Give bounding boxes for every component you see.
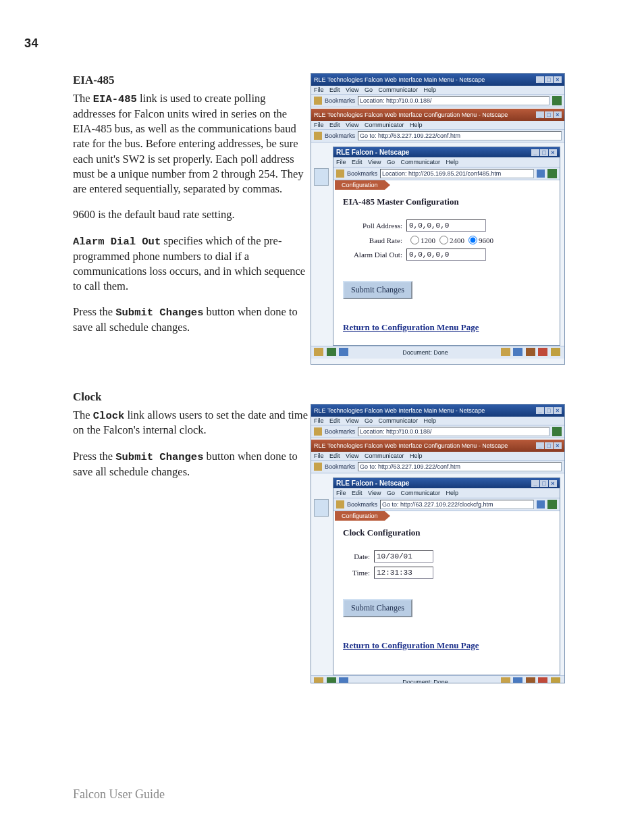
menu-file[interactable]: File [314, 86, 324, 93]
bookmarks-icon[interactable] [314, 463, 322, 471]
minimize-icon[interactable]: _ [536, 407, 544, 414]
menu-view[interactable]: View [346, 86, 358, 93]
minimize-icon[interactable]: _ [536, 111, 544, 118]
menu-help[interactable]: Help [424, 86, 437, 93]
menu-communicator[interactable]: Communicator [365, 452, 404, 459]
maximize-icon[interactable]: □ [540, 480, 548, 487]
tray-icon[interactable] [551, 348, 560, 356]
menu-file[interactable]: File [314, 122, 324, 128]
baud-2400-radio[interactable] [439, 236, 448, 244]
menu-file[interactable]: File [336, 159, 346, 165]
baud-1200-radio[interactable] [410, 236, 419, 244]
maximize-icon[interactable]: □ [545, 76, 553, 83]
dropdown-icon[interactable] [537, 170, 545, 178]
menu-view[interactable]: View [346, 417, 358, 424]
menu-communicator[interactable]: Communicator [365, 122, 404, 128]
mid-menubar[interactable]: File Edit View Communicator Help [311, 452, 564, 461]
menu-help[interactable]: Help [410, 122, 423, 128]
close-icon[interactable]: × [554, 76, 562, 83]
minimize-icon[interactable]: _ [536, 76, 544, 83]
menu-file[interactable]: File [314, 417, 324, 424]
outer-location-field[interactable]: Location: http://10.0.0.188/ [358, 96, 549, 105]
maximize-icon[interactable]: □ [545, 111, 553, 118]
tray-icon[interactable] [513, 677, 522, 683]
menu-go[interactable]: Go [387, 490, 395, 496]
minimize-icon[interactable]: _ [536, 442, 544, 449]
menu-edit[interactable]: Edit [352, 490, 363, 496]
menu-help[interactable]: Help [446, 159, 459, 165]
tray-icon[interactable] [501, 348, 510, 356]
tray-icon[interactable] [538, 348, 547, 356]
close-icon[interactable]: × [554, 407, 562, 414]
inner-location-field[interactable]: Location: http://205.169.85.201/conf485.… [380, 169, 534, 178]
outer-menubar[interactable]: File Edit View Go Communicator Help [311, 86, 564, 95]
tray-icon[interactable] [513, 348, 522, 356]
bookmarks-icon[interactable] [336, 500, 344, 509]
close-icon[interactable]: × [549, 149, 557, 156]
tray-icon[interactable] [526, 677, 535, 683]
tray-icon[interactable] [538, 677, 547, 683]
menu-go[interactable]: Go [365, 417, 373, 424]
minimize-icon[interactable]: _ [531, 149, 539, 156]
menu-view[interactable]: View [368, 490, 381, 496]
menu-edit[interactable]: Edit [329, 86, 340, 93]
menu-edit[interactable]: Edit [329, 122, 340, 128]
minimize-icon[interactable]: _ [531, 480, 539, 487]
tray-icon[interactable] [501, 677, 510, 683]
bookmarks-label: Bookmarks [347, 170, 377, 177]
maximize-icon[interactable]: □ [540, 149, 548, 156]
menu-view[interactable]: View [346, 452, 358, 459]
menu-help[interactable]: Help [446, 490, 459, 496]
close-icon[interactable]: × [554, 442, 562, 449]
tray-icon[interactable] [526, 348, 535, 356]
poll-address-label: Poll Address: [343, 221, 406, 230]
menu-file[interactable]: File [314, 452, 324, 459]
menu-help[interactable]: Help [424, 417, 437, 424]
menu-view[interactable]: View [346, 122, 358, 128]
menu-view[interactable]: View [368, 159, 381, 165]
menu-file[interactable]: File [336, 490, 346, 496]
bookmarks-icon[interactable] [314, 132, 322, 140]
maximize-icon[interactable]: □ [545, 407, 553, 414]
menu-go[interactable]: Go [365, 86, 373, 93]
outer-menubar[interactable]: File Edit View Go Communicator Help [311, 417, 564, 425]
menu-edit[interactable]: Edit [329, 417, 340, 424]
return-to-config-link[interactable]: Return to Configuration Menu Page [343, 640, 550, 651]
close-icon[interactable]: × [549, 480, 557, 487]
submit-changes-button[interactable]: Submit Changes [343, 281, 412, 299]
menu-edit[interactable]: Edit [352, 159, 363, 165]
bookmarks-icon[interactable] [314, 427, 322, 436]
menu-edit[interactable]: Edit [329, 452, 340, 459]
alarm-dial-out-input[interactable]: 0,0,0,0,0 [406, 249, 486, 261]
tray-icon[interactable] [551, 677, 560, 683]
bookmarks-icon[interactable] [314, 97, 322, 105]
time-input[interactable]: 12:31:33 [374, 567, 433, 579]
date-input[interactable]: 10/30/01 [374, 550, 433, 563]
inner-menubar[interactable]: File Edit View Go Communicator Help [333, 157, 560, 167]
menu-help[interactable]: Help [410, 452, 423, 459]
maximize-icon[interactable]: □ [545, 442, 553, 449]
mid-location-field[interactable]: Go to: http://63.227.109.222/conf.htm [358, 462, 562, 471]
tab-configuration[interactable]: Configuration [335, 511, 385, 521]
menu-communicator[interactable]: Communicator [378, 86, 418, 93]
menu-go[interactable]: Go [387, 159, 395, 165]
bookmarks-label: Bookmarks [325, 97, 355, 104]
baud-9600-radio[interactable] [468, 236, 477, 244]
submit-changes-button[interactable]: Submit Changes [343, 599, 412, 617]
status-icon [339, 677, 348, 683]
bookmarks-icon[interactable] [336, 170, 344, 178]
outer-location-field[interactable]: Location: http://10.0.0.188/ [358, 427, 549, 436]
tab-configuration[interactable]: Configuration [335, 180, 385, 190]
dropdown-icon[interactable] [537, 500, 545, 509]
close-icon[interactable]: × [554, 111, 562, 118]
inner-menubar[interactable]: File Edit View Go Communicator Help [333, 488, 560, 498]
menu-communicator[interactable]: Communicator [378, 417, 418, 424]
return-to-config-link[interactable]: Return to Configuration Menu Page [343, 322, 550, 333]
netscape-icon [552, 427, 562, 436]
mid-location-field[interactable]: Go to: http://63.227.109.222/conf.htm [358, 131, 562, 140]
menu-communicator[interactable]: Communicator [400, 490, 440, 496]
mid-menubar[interactable]: File Edit View Communicator Help [311, 121, 564, 130]
poll-address-input[interactable]: 0,0,0,0,0 [406, 219, 486, 232]
menu-communicator[interactable]: Communicator [400, 159, 440, 165]
inner-location-field[interactable]: Go to: http://63.227.109.222/clockcfg.ht… [380, 500, 534, 509]
